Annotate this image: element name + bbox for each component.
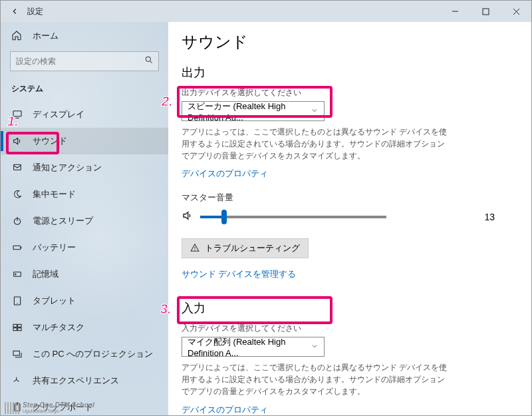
- sidebar-item-battery[interactable]: バッテリー: [1, 234, 168, 261]
- search-input[interactable]: [10, 51, 159, 71]
- notify-icon: [11, 162, 23, 173]
- sound-icon: [11, 136, 23, 146]
- share-icon: [11, 375, 23, 386]
- svg-rect-1: [483, 9, 489, 15]
- sidebar-item-shared[interactable]: 共有エクスペリエンス: [1, 367, 168, 394]
- display-icon: [11, 109, 23, 120]
- input-description: アプリによっては、ここで選択したものとは異なるサウンド デバイスを使用するように…: [182, 362, 448, 397]
- svg-rect-21: [13, 351, 19, 355]
- svg-rect-17: [13, 324, 17, 327]
- warning-icon: [190, 243, 200, 254]
- volume-slider[interactable]: [200, 208, 386, 226]
- maximize-button[interactable]: [470, 1, 501, 22]
- home-icon: [11, 30, 23, 43]
- sidebar-item-label: この PC へのプロジェクション: [33, 348, 153, 360]
- tablet-icon: [11, 296, 23, 306]
- output-heading: 出力: [182, 65, 518, 81]
- svg-rect-20: [18, 328, 21, 331]
- sidebar-item-power[interactable]: 電源とスリープ: [1, 208, 168, 234]
- minimize-button[interactable]: [440, 1, 470, 22]
- watermark-logo-icon: [5, 402, 21, 414]
- sidebar-item-label: マルチタスク: [33, 321, 84, 333]
- svg-rect-19: [13, 328, 17, 331]
- power-icon: [11, 216, 23, 226]
- sidebar-item-label: 電源とスリープ: [33, 215, 93, 227]
- input-select-label: 入力デバイスを選択してください: [182, 323, 518, 334]
- troubleshoot-label: トラブルシューティング: [205, 243, 300, 254]
- page-title: サウンド: [182, 31, 518, 53]
- svg-rect-6: [13, 111, 21, 116]
- speaker-icon[interactable]: [182, 210, 194, 224]
- sidebar-item-label: 集中モード: [33, 188, 76, 200]
- svg-rect-18: [18, 324, 21, 327]
- sidebar-item-display[interactable]: ディスプレイ: [1, 101, 168, 128]
- sidebar-item-focus[interactable]: 集中モード: [1, 181, 168, 208]
- svg-point-4: [146, 57, 150, 61]
- multitask-icon: [11, 322, 23, 333]
- output-device-value: スピーカー (Realtek High Definition Au...: [188, 101, 311, 122]
- window-title: 設定: [27, 6, 43, 17]
- sidebar-item-project[interactable]: この PC へのプロジェクション: [1, 341, 168, 367]
- svg-point-14: [15, 274, 16, 274]
- sidebar-section: システム: [1, 78, 168, 101]
- sidebar-item-notifications[interactable]: 通知とアクション: [1, 154, 168, 181]
- output-select-label: 出力デバイスを選択してください: [182, 87, 518, 99]
- nav-home-label: ホーム: [33, 30, 59, 42]
- chevron-down-icon: [311, 106, 319, 116]
- watermark: Step One DTM School Uguisudani,Tokyo: [5, 401, 94, 414]
- close-button[interactable]: [501, 1, 531, 22]
- sidebar-item-multitask[interactable]: マルチタスク: [1, 314, 168, 341]
- sidebar-item-storage[interactable]: 記憶域: [1, 261, 168, 288]
- main-content: サウンド 出力 出力デバイスを選択してください スピーカー (Realtek H…: [168, 22, 531, 415]
- sidebar-item-tablet[interactable]: タブレット: [1, 288, 168, 314]
- master-volume-label: マスター音量: [182, 192, 518, 204]
- storage-icon: [11, 269, 23, 280]
- window-titlebar: 設定: [1, 1, 531, 22]
- manage-devices-link[interactable]: サウンド デバイスを管理する: [182, 269, 296, 280]
- output-properties-link[interactable]: デバイスのプロパティ: [182, 168, 268, 180]
- sidebar-item-label: ディスプレイ: [33, 108, 84, 120]
- sidebar-item-label: 共有エクスペリエンス: [33, 375, 119, 387]
- svg-point-27: [195, 250, 196, 250]
- sidebar-item-sound[interactable]: サウンド: [1, 128, 168, 154]
- input-device-value: マイク配列 (Realtek High Definition A...: [188, 336, 311, 358]
- output-device-select[interactable]: スピーカー (Realtek High Definition Au...: [182, 101, 325, 121]
- volume-value: 13: [484, 212, 518, 222]
- sidebar-item-label: サウンド: [33, 135, 67, 147]
- sidebar-item-label: 通知とアクション: [33, 162, 102, 174]
- focus-icon: [11, 189, 23, 200]
- nav-home[interactable]: ホーム: [1, 23, 168, 49]
- input-heading: 入力: [182, 300, 518, 316]
- troubleshoot-button[interactable]: トラブルシューティング: [182, 238, 309, 258]
- chevron-down-icon: [311, 342, 319, 352]
- svg-rect-11: [13, 246, 21, 249]
- battery-icon: [11, 242, 23, 253]
- project-icon: [11, 349, 23, 359]
- sidebar-item-label: 記憶域: [33, 268, 59, 280]
- sidebar-item-label: バッテリー: [33, 242, 76, 254]
- svg-rect-8: [14, 164, 21, 170]
- back-button[interactable]: [9, 5, 21, 17]
- output-description: アプリによっては、ここで選択したものとは異なるサウンド デバイスを使用するように…: [182, 126, 448, 162]
- search-icon: [144, 55, 154, 67]
- input-properties-link[interactable]: デバイスのプロパティ: [182, 405, 268, 415]
- sidebar: ホーム システム ディスプレイ サウンド 通知とアクション 集中モード 電源とス: [1, 22, 168, 415]
- input-device-select[interactable]: マイク配列 (Realtek High Definition A...: [182, 337, 325, 357]
- svg-line-5: [150, 61, 152, 63]
- sidebar-item-label: タブレット: [33, 295, 76, 307]
